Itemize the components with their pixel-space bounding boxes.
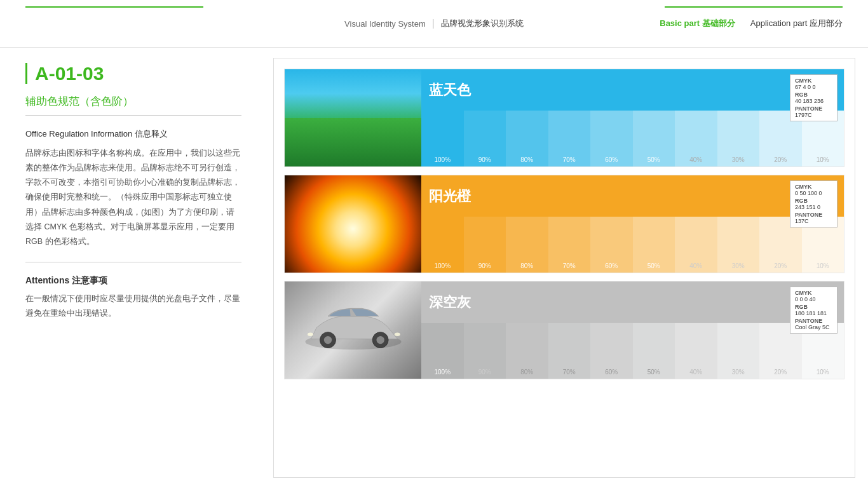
blue-sky-image: [285, 69, 421, 166]
rgb-label: RGB: [795, 92, 832, 98]
gray-info: 深空灰 CMYK 0 0 0 40 RGB 180 181 181 PANTON…: [421, 281, 844, 379]
left-column: A-01-03 辅助色规范（含色阶） Office Regulation Inf…: [0, 48, 267, 488]
orange-rgb-label: RGB: [795, 198, 832, 204]
gray-header: 深空灰 CMYK 0 0 0 40 RGB 180 181 181 PANTON…: [421, 281, 844, 323]
pantone-value: 1797C: [795, 112, 832, 118]
orange-pantone-label: PANTONE: [795, 212, 832, 218]
attentions-title: Attentions 注意事项: [25, 275, 241, 287]
gray-swatches: 100% 90% 80% 70% 60% 50% 40% 30% 20% 10%: [421, 323, 844, 379]
gray-section: 深空灰 CMYK 0 0 0 40 RGB 180 181 181 PANTON…: [284, 281, 844, 379]
gray-pantone-value: Cool Gray 5C: [795, 324, 832, 330]
content-area: A-01-03 辅助色规范（含色阶） Office Regulation Inf…: [0, 48, 868, 488]
blue-sky-header: 蓝天色 CMYK 67 4 0 0 RGB 40 183 236 PANTONE…: [421, 69, 844, 111]
os-30: 30%: [717, 217, 760, 273]
orange-rgb-value: 243 151 0: [795, 204, 832, 210]
orange-pantone-value: 137C: [795, 218, 832, 224]
rgb-value: 40 183 236: [795, 98, 832, 104]
blue-sky-section: 蓝天色 CMYK 67 4 0 0 RGB 40 183 236 PANTONE…: [284, 69, 844, 167]
swatch-100: 100%: [421, 111, 464, 166]
os-70: 70%: [548, 217, 591, 273]
svg-point-5: [394, 332, 400, 336]
swatch-30: 30%: [717, 111, 760, 166]
page-id: A-01-03: [35, 63, 241, 84]
swatch-40: 40%: [675, 111, 717, 166]
gray-image: [285, 281, 421, 379]
gray-rgb-value: 180 181 181: [795, 310, 832, 316]
os-80: 80%: [506, 217, 548, 273]
swatch-70: 70%: [548, 111, 591, 166]
section-body: 品牌标志由图标和字体名称构成。在应用中，我们以这些元素的整体作为品牌标志来使用。…: [25, 146, 241, 249]
svg-point-4: [376, 336, 384, 343]
nav-center: Visual Identity System | 品牌视觉形象识别系统: [344, 18, 524, 29]
gray-specs: CMYK 0 0 0 40 RGB 180 181 181 PANTONE Co…: [790, 287, 837, 334]
blue-sky-specs: CMYK 67 4 0 0 RGB 40 183 236 PANTONE 179…: [790, 74, 837, 121]
orange-swatches: 100% 90% 80% 70% 60% 50% 40% 30% 20% 10%: [421, 217, 844, 273]
gs-40: 40%: [675, 323, 717, 379]
nav-application[interactable]: Application part 应用部分: [750, 18, 843, 29]
svg-point-6: [308, 332, 313, 336]
gray-pantone-label: PANTONE: [795, 318, 832, 324]
swatch-50: 50%: [633, 111, 675, 166]
gs-60: 60%: [590, 323, 633, 379]
orange-cmyk-label: CMYK: [795, 184, 832, 190]
cmyk-label: CMYK: [795, 78, 832, 84]
gray-cmyk-value: 0 0 0 40: [795, 296, 832, 302]
cmyk-value: 67 4 0 0: [795, 84, 832, 90]
accent-line-right: [665, 6, 843, 8]
section-title: Office Regulation Information 信息释义: [25, 128, 241, 140]
pantone-label: PANTONE: [795, 105, 832, 112]
os-50: 50%: [633, 217, 675, 273]
gs-90: 90%: [464, 323, 506, 379]
gs-70: 70%: [548, 323, 591, 379]
gs-50: 50%: [633, 323, 675, 379]
nav-basic[interactable]: Basic part 基础部分: [660, 18, 735, 29]
gray-cmyk-label: CMYK: [795, 290, 832, 296]
gs-30: 30%: [717, 323, 760, 379]
gray-rgb-label: RGB: [795, 304, 832, 310]
attentions-section: Attentions 注意事项 在一般情况下使用时应尽量使用提供的光盘电子文件，…: [25, 275, 241, 321]
orange-specs: CMYK 0 50 100 0 RGB 243 151 0 PANTONE 13…: [790, 180, 837, 227]
right-column: 蓝天色 CMYK 67 4 0 0 RGB 40 183 236 PANTONE…: [267, 48, 868, 488]
orange-cmyk-value: 0 50 100 0: [795, 190, 832, 196]
page-id-block: A-01-03: [25, 63, 241, 84]
attentions-body: 在一般情况下使用时应尽量使用提供的光盘电子文件，尽量避免在重绘中出现错误。: [25, 292, 241, 321]
svg-point-2: [323, 336, 331, 343]
blue-sky-info: 蓝天色 CMYK 67 4 0 0 RGB 40 183 236 PANTONE…: [421, 69, 844, 166]
office-regulation-section: Office Regulation Information 信息释义 品牌标志由…: [25, 128, 241, 249]
orange-header: 阳光橙 CMYK 0 50 100 0 RGB 243 151 0 PANTON…: [421, 175, 844, 217]
accent-line-top: [25, 6, 203, 8]
section-divider: [25, 262, 241, 262]
car-svg: [293, 305, 414, 356]
swatch-80: 80%: [506, 111, 548, 166]
nav-right: Basic part 基础部分 Application part 应用部分: [660, 18, 868, 29]
os-60: 60%: [590, 217, 633, 273]
vis-cn-label: 品牌视觉形象识别系统: [441, 18, 524, 29]
nav-sep: |: [432, 18, 435, 29]
os-90: 90%: [464, 217, 506, 273]
page-subtitle-block: 辅助色规范（含色阶）: [25, 94, 241, 116]
vis-en-label: Visual Identity System: [344, 19, 426, 29]
orange-name: 阳光橙: [429, 187, 471, 206]
swatch-90: 90%: [464, 111, 506, 166]
swatch-60: 60%: [590, 111, 633, 166]
os-100: 100%: [421, 217, 464, 273]
orange-info: 阳光橙 CMYK 0 50 100 0 RGB 243 151 0 PANTON…: [421, 175, 844, 273]
blue-sky-name: 蓝天色: [429, 81, 471, 100]
blue-swatches: 100% 90% 80% 70% 60% 50% 40% 30% 20% 10%: [421, 111, 844, 166]
gs-100: 100%: [421, 323, 464, 379]
os-40: 40%: [675, 217, 717, 273]
orange-section: 阳光橙 CMYK 0 50 100 0 RGB 243 151 0 PANTON…: [284, 175, 844, 273]
color-box: 蓝天色 CMYK 67 4 0 0 RGB 40 183 236 PANTONE…: [273, 58, 855, 478]
gray-name: 深空灰: [429, 293, 471, 312]
gs-80: 80%: [506, 323, 548, 379]
orange-image: [285, 175, 421, 273]
page-wrapper: Visual Identity System | 品牌视觉形象识别系统 Basi…: [0, 0, 868, 488]
page-subtitle: 辅助色规范（含色阶）: [25, 95, 133, 107]
top-navigation: Visual Identity System | 品牌视觉形象识别系统 Basi…: [0, 0, 868, 48]
